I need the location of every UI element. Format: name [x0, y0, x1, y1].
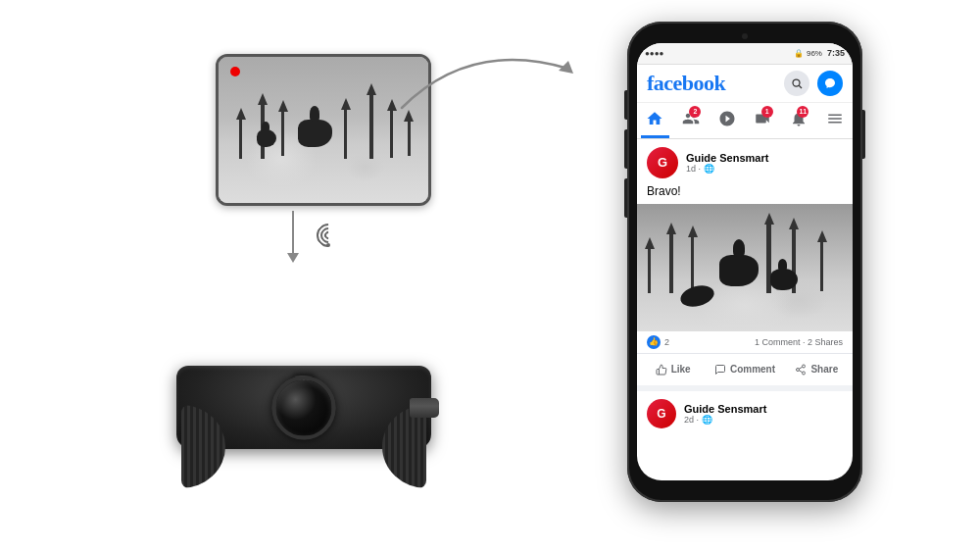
arrow-down: [292, 211, 294, 255]
svg-point-1: [793, 79, 800, 86]
volume-down-button: [624, 178, 627, 218]
post-card-1: G Guide Sensmart 1d · 🌐 Bravo!: [637, 139, 853, 385]
facebook-header: facebook: [637, 65, 853, 103]
status-bar: ●●●● 🔒 96% 7:35: [637, 43, 853, 65]
like-button[interactable]: Like: [637, 356, 709, 383]
menu-icon: [826, 110, 844, 131]
volume-up-button: [624, 129, 627, 169]
svg-point-4: [797, 368, 800, 371]
wifi-signal-icon: [314, 221, 343, 250]
post-actions-1: Like Comment: [637, 354, 853, 385]
deer-silhouette-small: [257, 129, 276, 147]
post-meta-1: Guide Sensmart 1d · 🌐: [686, 152, 843, 174]
scope-knob-right: [410, 398, 439, 418]
battery-percent: 96%: [807, 49, 822, 58]
reaction-right: 1 Comment · 2 Shares: [755, 337, 843, 347]
reaction-count: 2: [664, 337, 669, 347]
nav-groups[interactable]: [709, 103, 745, 138]
post-time-1: 1d · 🌐: [686, 164, 843, 174]
friends-badge: 2: [689, 106, 701, 118]
scope-lens: [272, 376, 336, 439]
nav-notifications[interactable]: 11: [781, 103, 817, 138]
facebook-nav: 2: [637, 103, 853, 139]
clock: 7:35: [827, 48, 845, 58]
post-author-1: Guide Sensmart: [686, 152, 843, 164]
nav-friends[interactable]: 2: [673, 103, 710, 138]
groups-icon: [718, 110, 736, 131]
status-bar-left: ●●●●: [645, 49, 663, 58]
svg-line-6: [800, 370, 803, 372]
scope-ridges-left: [181, 405, 225, 488]
post-reactions-1: 👍 2 1 Comment · 2 Shares: [637, 331, 853, 354]
status-bar-right: 🔒 96% 7:35: [794, 48, 845, 58]
post-header-1: G Guide Sensmart 1d · 🌐: [637, 139, 853, 182]
post-meta-2: Guide Sensmart 2d · 🌐: [684, 403, 843, 425]
post-avatar-2: G: [647, 399, 676, 428]
svg-point-3: [803, 365, 806, 368]
recording-indicator: [230, 67, 240, 76]
comment-button[interactable]: Comment: [709, 356, 780, 383]
search-button[interactable]: [784, 71, 809, 96]
share-button[interactable]: Share: [781, 356, 853, 383]
svg-line-7: [800, 367, 803, 369]
facebook-feed: G Guide Sensmart 1d · 🌐 Bravo!: [637, 139, 853, 436]
notifications-badge: 11: [797, 106, 808, 118]
like-icon: 👍: [647, 335, 661, 349]
svg-line-2: [799, 85, 802, 88]
svg-point-5: [803, 372, 806, 375]
scope-body: [176, 366, 431, 449]
signal-strength: ●●●●: [645, 49, 663, 58]
post-time-2: 2d · 🌐: [684, 415, 843, 425]
wifi-dot: [326, 243, 330, 247]
curved-arrow: [392, 29, 588, 127]
video-badge: 1: [761, 106, 773, 118]
reaction-left: 👍 2: [647, 335, 669, 349]
post-image-1: [637, 204, 853, 331]
comment-label: Comment: [730, 364, 775, 375]
lock-icon: 🔒: [794, 49, 804, 58]
post-deer-1: [719, 255, 759, 286]
post-avatar-1: G: [647, 147, 678, 178]
nav-video[interactable]: 1: [745, 103, 781, 138]
home-icon: [646, 110, 663, 131]
phone-shell: ●●●● 🔒 96% 7:35 facebook: [627, 22, 862, 502]
facebook-logo: facebook: [647, 71, 725, 96]
like-label: Like: [671, 364, 691, 375]
phone-screen: ●●●● 🔒 96% 7:35 facebook: [637, 43, 853, 480]
scope-ridges-right: [382, 405, 426, 488]
nav-home[interactable]: [637, 103, 673, 138]
power-button: [862, 110, 865, 159]
post-text-1: Bravo!: [637, 182, 853, 204]
nav-menu[interactable]: [816, 103, 853, 138]
silent-switch: [624, 90, 627, 120]
share-label: Share: [810, 364, 838, 375]
wifi-arc: [314, 221, 343, 250]
front-camera: [742, 33, 748, 39]
main-container: ●●●● 🔒 96% 7:35 facebook: [0, 0, 980, 552]
header-icons: [784, 71, 843, 96]
scope-device: [147, 326, 461, 503]
messenger-button[interactable]: [817, 71, 843, 96]
post-card-2: G Guide Sensmart 2d · 🌐: [637, 391, 853, 436]
phone-device: ●●●● 🔒 96% 7:35 facebook: [608, 22, 882, 531]
post-author-2: Guide Sensmart: [684, 403, 843, 415]
